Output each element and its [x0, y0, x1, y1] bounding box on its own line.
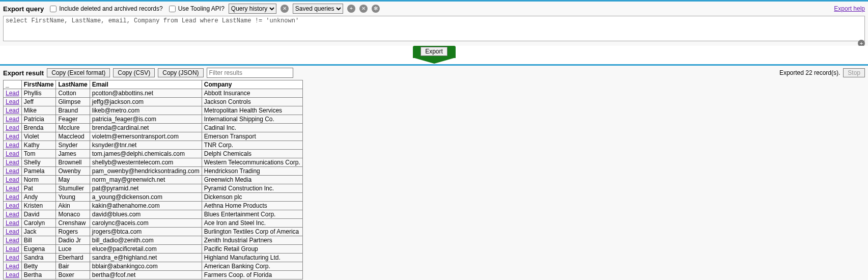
table-cell: bill_dadio@zenith.com: [90, 236, 202, 245]
lead-link[interactable]: Lead: [6, 150, 19, 157]
lead-link[interactable]: Lead: [6, 228, 19, 235]
table-cell: Jackson Controls: [202, 98, 302, 106]
use-tooling-checkbox[interactable]: [169, 6, 176, 12]
lead-link[interactable]: Lead: [6, 98, 19, 105]
lead-link[interactable]: Lead: [6, 211, 19, 218]
row-link-cell: Lead: [4, 236, 22, 245]
saved-queries-select[interactable]: Saved queries: [293, 4, 343, 14]
use-tooling-label: Use Tooling API?: [178, 5, 225, 12]
table-cell: Patricia: [21, 115, 56, 124]
table-row: LeadPhyllisCottonpcotton@abbottins.netAb…: [4, 89, 303, 98]
export-help-link[interactable]: Export help: [834, 5, 865, 12]
table-cell: Mcclure: [56, 124, 90, 132]
table-cell: Maccleod: [56, 132, 90, 141]
filter-results-input[interactable]: [207, 68, 293, 78]
copy-excel-button[interactable]: Copy (Excel format): [47, 68, 110, 77]
table-cell: Metropolitan Health Services: [202, 106, 302, 115]
add-saved-icon[interactable]: +: [347, 5, 355, 13]
table-cell: ksnyder@tnr.net: [90, 141, 202, 150]
table-row: LeadEugenaLuceeluce@pacificretail.comPac…: [4, 245, 303, 254]
query-textarea[interactable]: [3, 16, 865, 41]
lead-link[interactable]: Lead: [6, 159, 19, 166]
row-link-cell: Lead: [4, 254, 22, 262]
table-row: LeadBettyBairbblair@abankingco.comAmeric…: [4, 262, 303, 271]
row-link-cell: Lead: [4, 124, 22, 132]
table-cell: Greenwich Media: [202, 176, 302, 184]
row-link-cell: Lead: [4, 245, 22, 254]
table-row: LeadKristenAkinkakin@athenahome.comAethn…: [4, 202, 303, 210]
row-link-cell: Lead: [4, 89, 22, 98]
table-cell: Bill: [21, 236, 56, 245]
lead-link[interactable]: Lead: [6, 202, 19, 209]
records-status: Exported 22 record(s).: [779, 69, 840, 76]
lead-link[interactable]: Lead: [6, 116, 19, 123]
lead-link[interactable]: Lead: [6, 185, 19, 192]
lead-link[interactable]: Lead: [6, 245, 19, 253]
table-cell: Cotton: [56, 89, 90, 98]
lead-link[interactable]: Lead: [6, 142, 19, 149]
table-cell: Akin: [56, 202, 90, 210]
remove-saved-icon[interactable]: ✕: [359, 5, 368, 13]
table-row: LeadTomJamestom.james@delphi.chemicals.c…: [4, 150, 303, 158]
stop-button[interactable]: Stop: [843, 68, 865, 77]
table-cell: Dickenson plc: [202, 193, 302, 202]
lead-link[interactable]: Lead: [6, 107, 19, 114]
table-cell: Blues Entertainment Corp.: [202, 210, 302, 219]
lead-link[interactable]: Lead: [6, 133, 19, 140]
table-cell: pam_owenby@hendricksontrading.com: [90, 167, 202, 176]
table-row: LeadKathySnyderksnyder@tnr.netTNR Corp.: [4, 141, 303, 150]
settings-saved-icon[interactable]: ✻: [372, 5, 380, 13]
lead-link[interactable]: Lead: [6, 90, 19, 97]
lead-link[interactable]: Lead: [6, 193, 19, 201]
table-cell: Aethna Home Products: [202, 202, 302, 210]
table-cell: Farmers Coop. of Florida: [202, 271, 302, 279]
export-button[interactable]: Export: [421, 47, 447, 56]
lead-link[interactable]: Lead: [6, 263, 19, 270]
lead-link[interactable]: Lead: [6, 219, 19, 227]
include-deleted-checkbox[interactable]: [50, 6, 57, 12]
export-result-title: Export result: [3, 69, 44, 77]
table-cell: Mike: [21, 106, 56, 115]
table-cell: violetm@emersontransport.com: [90, 132, 202, 141]
lead-link[interactable]: Lead: [6, 271, 19, 278]
table-cell: American Banking Corp.: [202, 262, 302, 271]
table-row: LeadPamelaOwenbypam_owenby@hendricksontr…: [4, 167, 303, 176]
table-cell: TNR Corp.: [202, 141, 302, 150]
table-row: LeadDavidMonacodavid@blues.comBlues Ente…: [4, 210, 303, 219]
table-cell: Feager: [56, 115, 90, 124]
table-cell: Dadio Jr: [56, 236, 90, 245]
lead-link[interactable]: Lead: [6, 237, 19, 244]
table-cell: Glimpse: [56, 98, 90, 106]
table-cell: Monaco: [56, 210, 90, 219]
table-cell: Kristen: [21, 202, 56, 210]
table-cell: david@blues.com: [90, 210, 202, 219]
table-row: LeadAndyYounga_young@dickenson.comDicken…: [4, 193, 303, 202]
table-cell: Kathy: [21, 141, 56, 150]
table-cell: Snyder: [56, 141, 90, 150]
lead-link[interactable]: Lead: [6, 167, 19, 175]
table-cell: International Shipping Co.: [202, 115, 302, 124]
copy-json-button[interactable]: Copy (JSON): [158, 68, 203, 77]
table-cell: Braund: [56, 106, 90, 115]
lead-link[interactable]: Lead: [6, 254, 19, 261]
query-history-select[interactable]: Query history: [229, 4, 276, 14]
lead-link[interactable]: Lead: [6, 176, 19, 183]
table-cell: likeb@metro.com: [90, 106, 202, 115]
table-cell: Crenshaw: [56, 219, 90, 228]
lead-link[interactable]: Lead: [6, 124, 19, 131]
table-cell: Brenda: [21, 124, 56, 132]
use-tooling-wrap[interactable]: Use Tooling API?: [167, 4, 225, 14]
row-link-cell: Lead: [4, 262, 22, 271]
table-cell: bblair@abankingco.com: [90, 262, 202, 271]
table-row: LeadNormMaynorm_may@greenwich.netGreenwi…: [4, 176, 303, 184]
table-cell: Eberhard: [56, 254, 90, 262]
include-deleted-wrap[interactable]: Include deleted and archived records?: [48, 4, 162, 14]
export-bar: Export: [0, 46, 868, 64]
table-cell: Andy: [21, 193, 56, 202]
clear-history-icon[interactable]: ✕: [281, 5, 289, 13]
table-cell: Rogers: [56, 228, 90, 236]
table-row: LeadShellyBrownellshellyb@westerntelecom…: [4, 158, 303, 167]
copy-csv-button[interactable]: Copy (CSV): [113, 68, 155, 77]
table-cell: Pamela: [21, 167, 56, 176]
table-cell: Western Telecommunications Corp.: [202, 158, 302, 167]
